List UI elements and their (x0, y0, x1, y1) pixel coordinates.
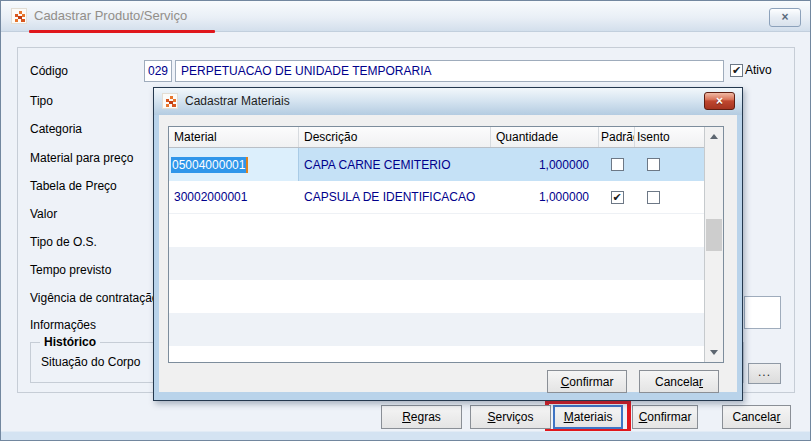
material-cell[interactable]: 30002000001 (169, 190, 299, 204)
grid-header-row: Material Descrição Quantidade Padrão Ise… (169, 127, 704, 148)
confirmar-button[interactable]: Confirmar (632, 405, 698, 429)
titlebar: Cadastrar Produto/Serviço × (1, 1, 810, 32)
cadastrar-materiais-dialog: Cadastrar Materiais × Material Descrição… (153, 87, 743, 401)
scroll-up-icon (710, 134, 718, 139)
scroll-down-button[interactable] (705, 343, 723, 362)
informacoes-field-edge[interactable] (744, 296, 781, 329)
label-tipo: Tipo (30, 94, 53, 108)
materiais-button[interactable]: Materiais (553, 405, 623, 429)
quantidade-cell[interactable]: 1,000000 (491, 190, 599, 204)
label-valor: Valor (30, 207, 57, 221)
table-row[interactable]: 30002000001 CAPSULA DE IDENTIFICACAO 1,0… (169, 181, 704, 214)
col-header-material[interactable]: Material (169, 127, 299, 147)
isento-checkbox[interactable] (647, 191, 660, 204)
label-codigo: Código (30, 64, 68, 78)
col-header-descricao[interactable]: Descrição (299, 127, 491, 147)
label-tabela-de-preco: Tabela de Preço (30, 179, 117, 193)
label-material-para-preco: Material para preço (30, 151, 133, 165)
window-title: Cadastrar Produto/Serviço (34, 8, 187, 23)
ellipsis-button[interactable]: ... (748, 363, 781, 384)
cancelar-button[interactable]: Cancelar (722, 405, 791, 429)
col-header-padrao[interactable]: Padrão (599, 127, 635, 147)
ativo-field: ✔ Ativo (730, 63, 772, 77)
window-close-icon[interactable]: × (769, 8, 801, 27)
regras-button[interactable]: Regras (381, 405, 462, 429)
vertical-scrollbar[interactable] (704, 127, 723, 362)
modal-content: Material Descrição Quantidade Padrão Ise… (159, 115, 737, 392)
historico-legend: Histórico (40, 335, 100, 349)
scroll-thumb[interactable] (706, 219, 722, 251)
ativo-checkbox[interactable]: ✔ (730, 64, 743, 77)
padrao-checkbox[interactable] (611, 158, 624, 171)
servicos-button[interactable]: Serviços (470, 405, 551, 429)
material-cell-editor[interactable]: 05004000001 (171, 157, 248, 173)
modal-app-icon (162, 93, 178, 109)
red-underline-annotation (29, 30, 215, 33)
label-informacoes: Informações (30, 318, 96, 332)
isento-checkbox[interactable] (647, 158, 660, 171)
padrao-checkbox[interactable]: ✔ (611, 191, 624, 204)
modal-cancelar-button[interactable]: Cancelar (639, 370, 719, 393)
descricao-cell[interactable]: CAPSULA DE IDENTIFICACAO (299, 190, 491, 204)
label-vigencia: Vigência de contratação (30, 291, 159, 305)
label-categoria: Categoria (30, 122, 82, 136)
modal-title: Cadastrar Materiais (185, 94, 290, 108)
col-header-isento[interactable]: Isento (635, 127, 672, 147)
main-window: Cadastrar Produto/Serviço × Código Tipo … (0, 0, 811, 441)
modal-titlebar: Cadastrar Materiais × (154, 88, 742, 115)
ativo-label: Ativo (745, 63, 772, 77)
label-tipo-de-os: Tipo de O.S. (30, 235, 97, 249)
col-header-quantidade[interactable]: Quantidade (491, 127, 599, 147)
materials-grid: Material Descrição Quantidade Padrão Ise… (168, 126, 724, 363)
table-row[interactable]: 05004000001 CAPA CARNE CEMITERIO 1,00000… (169, 148, 704, 181)
app-icon (11, 8, 27, 24)
scroll-up-button[interactable] (705, 127, 723, 146)
grid-body: Material Descrição Quantidade Padrão Ise… (169, 127, 704, 362)
descricao-cell[interactable]: CAPA CARNE CEMITERIO (299, 158, 491, 172)
descricao-input[interactable]: PERPETUACAO DE UNIDADE TEMPORARIA (175, 60, 724, 82)
modal-close-icon[interactable]: × (704, 92, 735, 110)
bottom-strip (1, 431, 810, 440)
quantidade-cell[interactable]: 1,000000 (491, 158, 599, 172)
label-tempo-previsto: Tempo previsto (30, 263, 111, 277)
situacao-do-corpo-label: Situação do Corpo (41, 355, 140, 369)
scroll-down-icon (710, 350, 718, 355)
modal-confirmar-button[interactable]: Confirmar (547, 370, 627, 393)
codigo-input[interactable]: 029 (144, 60, 172, 82)
